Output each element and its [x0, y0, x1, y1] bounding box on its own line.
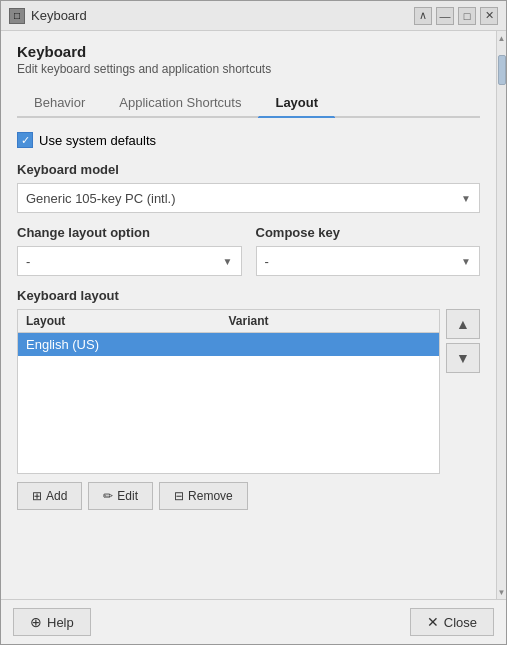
layout-action-buttons: ⊞ Add ✏ Edit ⊟ Remove: [17, 482, 480, 510]
layout-tab-content: ✓ Use system defaults Keyboard model Gen…: [17, 132, 480, 522]
tab-application-shortcuts[interactable]: Application Shortcuts: [102, 88, 258, 118]
use-system-defaults-checkbox[interactable]: ✓: [17, 132, 33, 148]
title-bar: □ Keyboard ∧ — □ ✕: [1, 1, 506, 31]
close-button[interactable]: ✕: [480, 7, 498, 25]
change-layout-label: Change layout option: [17, 225, 242, 240]
scrollbar[interactable]: ▲ ▼: [496, 31, 506, 599]
keyboard-model-value: Generic 105-key PC (intl.): [26, 191, 176, 206]
scroll-up-arrow[interactable]: ▲: [497, 31, 506, 45]
edit-button[interactable]: ✏ Edit: [88, 482, 153, 510]
add-icon: ⊞: [32, 489, 42, 503]
keyboard-model-label: Keyboard model: [17, 162, 480, 177]
use-system-defaults-row: ✓ Use system defaults: [17, 132, 480, 148]
variant-cell: [229, 337, 432, 352]
layout-compose-row: Change layout option - ▼ Compose key - ▼: [17, 225, 480, 276]
window-content: Keyboard Edit keyboard settings and appl…: [1, 31, 496, 599]
keyboard-layout-label: Keyboard layout: [17, 288, 480, 303]
compose-key-col: Compose key - ▼: [256, 225, 481, 276]
scroll-handle[interactable]: [498, 55, 506, 85]
layout-table-header: Layout Variant: [18, 310, 439, 333]
keyboard-layout-section: Keyboard layout Layout Variant English (…: [17, 288, 480, 510]
close-dialog-button[interactable]: ✕ Close: [410, 608, 494, 636]
tab-layout[interactable]: Layout: [258, 88, 335, 118]
window-icon: □: [9, 8, 25, 24]
compose-key-dropdown[interactable]: - ▼: [256, 246, 481, 276]
keyboard-model-arrow-icon: ▼: [461, 193, 471, 204]
title-bar-controls: ∧ — □ ✕: [414, 7, 498, 25]
tab-behavior[interactable]: Behavior: [17, 88, 102, 118]
title-bar-left: □ Keyboard: [9, 8, 87, 24]
move-up-button[interactable]: ▲: [446, 309, 480, 339]
edit-label: Edit: [117, 489, 138, 503]
scroll-track: [497, 45, 506, 585]
compose-key-label: Compose key: [256, 225, 481, 240]
change-layout-arrow-icon: ▼: [223, 256, 233, 267]
title-bar-title: Keyboard: [31, 8, 87, 23]
move-down-button[interactable]: ▼: [446, 343, 480, 373]
variant-col-header: Variant: [229, 314, 432, 328]
add-button[interactable]: ⊞ Add: [17, 482, 82, 510]
compose-key-value: -: [265, 254, 269, 269]
keyboard-window: □ Keyboard ∧ — □ ✕ Keyboard Edit keyboa: [0, 0, 507, 645]
use-system-defaults-label: Use system defaults: [39, 133, 156, 148]
compose-key-arrow-icon: ▼: [461, 256, 471, 267]
tab-bar: Behavior Application Shortcuts Layout: [17, 86, 480, 118]
maximize-button[interactable]: □: [458, 7, 476, 25]
page-title: Keyboard: [17, 43, 480, 60]
remove-button[interactable]: ⊟ Remove: [159, 482, 248, 510]
edit-icon: ✏: [103, 489, 113, 503]
up-arrow-button[interactable]: ∧: [414, 7, 432, 25]
keyboard-model-dropdown[interactable]: Generic 105-key PC (intl.) ▼: [17, 183, 480, 213]
help-label: Help: [47, 615, 74, 630]
scroll-down-arrow[interactable]: ▼: [497, 585, 506, 599]
remove-icon: ⊟: [174, 489, 184, 503]
window-header: Keyboard Edit keyboard settings and appl…: [17, 43, 480, 76]
change-layout-col: Change layout option - ▼: [17, 225, 242, 276]
minimize-button[interactable]: —: [436, 7, 454, 25]
help-icon: ⊕: [30, 614, 42, 630]
table-row[interactable]: English (US): [18, 333, 439, 356]
layout-table-wrapper: Layout Variant English (US): [17, 309, 480, 474]
close-label: Close: [444, 615, 477, 630]
remove-label: Remove: [188, 489, 233, 503]
window-footer: ⊕ Help ✕ Close: [1, 599, 506, 644]
page-subtitle: Edit keyboard settings and application s…: [17, 62, 480, 76]
layout-table-body: English (US): [18, 333, 439, 473]
help-button[interactable]: ⊕ Help: [13, 608, 91, 636]
layout-col-header: Layout: [26, 314, 229, 328]
layout-table: Layout Variant English (US): [17, 309, 440, 474]
change-layout-dropdown[interactable]: - ▼: [17, 246, 242, 276]
layout-cell: English (US): [26, 337, 229, 352]
close-icon: ✕: [427, 614, 439, 630]
add-label: Add: [46, 489, 67, 503]
change-layout-value: -: [26, 254, 30, 269]
layout-side-buttons: ▲ ▼: [446, 309, 480, 474]
keyboard-model-section: Keyboard model Generic 105-key PC (intl.…: [17, 162, 480, 213]
